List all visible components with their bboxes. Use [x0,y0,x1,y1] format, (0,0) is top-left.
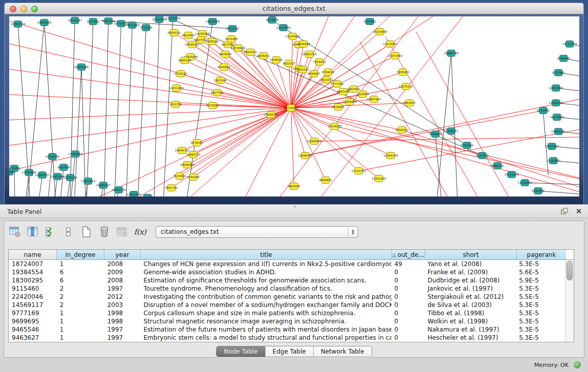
network-node[interactable]: 9329966 [557,55,570,62]
network-node-selected[interactable]: 13226058 [195,31,210,37]
table-cell[interactable]: 1 [57,334,104,342]
table-cell[interactable]: 2 [57,301,104,309]
table-cell[interactable]: 22420046 [9,293,57,301]
table-row[interactable]: 1872400712008Changes of HCN gene express… [9,260,565,268]
close-panel-icon[interactable]: ✕ [575,207,583,215]
network-node-selected[interactable]: 9699695 [319,177,332,184]
table-cell[interactable]: 1997 [104,325,141,334]
network-node[interactable]: 16033809 [205,18,220,25]
network-node[interactable]: 15692931 [551,128,566,135]
import-table-icon[interactable] [116,225,129,238]
network-node[interactable]: 12242442 [518,180,532,186]
tab-network-table[interactable]: Network Table [314,346,372,357]
table-cell[interactable]: 0 [391,285,425,293]
table-cell[interactable]: 1998 [104,317,141,325]
network-node-selected[interactable]: 11743722 [352,168,366,174]
table-row[interactable]: 946554611997Estimation of the future num… [9,325,565,334]
network-node[interactable]: 12923448 [126,191,141,197]
table-cell[interactable]: 0 [391,301,425,309]
network-node-selected[interactable]: 9146821 [257,53,270,59]
network-node-selected[interactable]: 9904487 [308,71,320,77]
table-cell[interactable]: 5.3E-5 [516,317,565,325]
network-window-titlebar[interactable]: citations_edges.txt [4,3,584,14]
panel-resize-grip[interactable]: ▴ [294,205,298,208]
table-row[interactable]: 1938455462009Genome-wide association stu… [9,268,565,276]
table-cell[interactable]: 0 [391,325,425,334]
network-node-selected[interactable]: 9857791 [165,185,178,191]
network-node[interactable]: 7515526 [140,25,153,31]
table-cell[interactable]: Embryonic stem cells: a model to study s… [141,334,391,342]
table-cell[interactable]: 1 [57,309,104,317]
network-node[interactable]: 1527602 [87,18,100,25]
table-cell[interactable]: 5.3E-5 [516,285,565,293]
network-canvas[interactable]: 1872400786601288912954132260589827503818… [9,16,579,196]
table-cell[interactable]: 5.3E-5 [516,260,565,268]
table-cell[interactable]: 5.6E-5 [516,268,565,276]
network-node-selected[interactable]: 19384554 [307,138,322,145]
table-cell[interactable]: 6 [57,268,104,276]
table-cell[interactable]: 1997 [104,285,141,293]
table-cell[interactable]: Investigating the contribution of common… [141,293,391,301]
table-row[interactable]: 1456911722003Disruption of a novel membe… [9,301,565,309]
network-node-selected[interactable]: 8912954 [182,32,194,39]
table-row[interactable]: 1830029562008Estimation of significance … [9,276,565,285]
network-node[interactable]: 9227343 [552,70,565,76]
table-cell[interactable]: Structural magnetic resonance image aver… [141,317,391,325]
zoom-window-button[interactable] [31,6,38,12]
table-cell[interactable]: Genome-wide association studies in ADHD. [141,268,391,276]
table-cell[interactable]: Tourette syndrome. Phenomenology and cla… [141,285,391,293]
network-node[interactable]: 9097588 [57,164,70,171]
network-node-selected[interactable]: 8186328 [206,38,219,45]
network-node-selected[interactable]: 12849416 [298,152,313,159]
table-cell[interactable]: 0 [391,293,425,301]
network-node-selected[interactable]: 2803144 [214,77,227,84]
table-cell[interactable]: Hescheler et al. (1997) [425,334,516,342]
delete-table-icon[interactable] [98,225,111,238]
table-cell[interactable]: 5.5E-5 [516,293,565,301]
network-node[interactable]: 16648784 [444,50,459,57]
table-cell[interactable]: 5.3E-5 [516,325,565,334]
table-cell[interactable]: Estimation of the future numbers of pati… [141,325,391,334]
table-cell[interactable]: Tibbo et al. (1998) [425,309,516,317]
network-node[interactable]: 2687682 [363,18,376,25]
network-node-selected[interactable]: 7955812 [313,59,326,65]
network-node[interactable]: 13218586 [276,25,291,31]
network-node[interactable]: 12610651 [546,158,561,164]
table-cell[interactable]: 0 [391,268,425,276]
table-cell[interactable]: 9777169 [9,309,57,317]
network-node-selected[interactable]: 9463627 [403,100,416,106]
table-cell[interactable]: 9465546 [9,325,57,334]
network-node-selected[interactable]: 2436441 [332,104,345,111]
table-row[interactable]: 2242004622012Investigating the contribut… [9,293,565,301]
close-window-button[interactable] [10,6,16,12]
column-header-in_degree[interactable]: in_degree [57,250,104,259]
table-cell[interactable]: 2008 [104,260,141,268]
table-cell[interactable]: 6 [57,276,104,285]
clear-selection-icon[interactable] [62,225,75,238]
scrollbar-thumb[interactable] [567,261,573,280]
network-node[interactable]: 16210643 [550,114,564,121]
network-node[interactable]: 6791919 [461,142,473,149]
network-node-selected[interactable]: 16099489 [180,162,195,168]
network-node-selected[interactable]: 9242848 [217,64,230,71]
network-node-selected[interactable]: 8660128 [168,30,181,36]
column-header-title[interactable]: title [141,250,392,259]
table-row[interactable]: 946362711997Embryonic stem cells: a mode… [9,334,565,342]
table-cell[interactable]: Yano et al. (2008) [425,260,516,268]
table-cell[interactable]: 19384554 [9,268,57,276]
float-panel-icon[interactable] [560,207,569,215]
column-header-short[interactable]: short [425,250,517,259]
table-row[interactable]: 969969511998Structural magnetic resonanc… [9,317,565,325]
network-node-selected[interactable]: 16154808 [373,29,387,35]
table-cell[interactable]: 9463627 [9,334,57,342]
table-cell[interactable]: Nakamura et al. (1997) [425,325,516,334]
table-cell[interactable]: 5.3E-5 [516,301,565,309]
table-cell[interactable]: Franke et al. (2009) [425,268,516,276]
network-node-selected[interactable]: 1691446 [187,174,200,181]
table-selector-dropdown[interactable]: citations_edges.txt ▲▼ [156,226,358,238]
network-node[interactable]: 16782759 [111,187,126,193]
network-node-selected[interactable]: 1624554 [356,91,369,98]
function-builder-icon[interactable]: f(x) [134,225,147,238]
network-node[interactable]: 12093832 [549,85,563,92]
network-node[interactable]: 12342757 [35,172,50,179]
